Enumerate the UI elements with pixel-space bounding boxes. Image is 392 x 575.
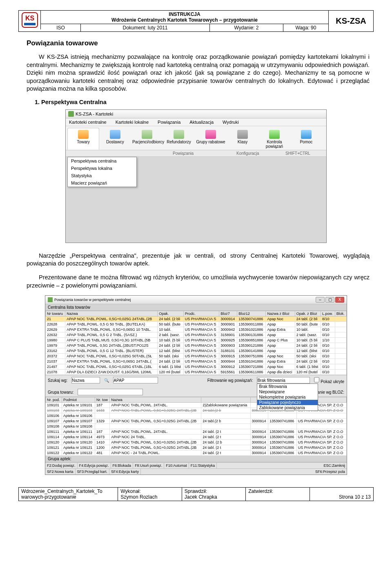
filter-option[interactable]: Zablokowane powiązania	[257, 405, 318, 410]
minimize-button[interactable]: –	[316, 297, 325, 303]
table-row[interactable]: 109122Apteka nr 109122481APAP NOC - 24 T…	[46, 450, 347, 456]
col-header[interactable]: Nr towaru	[46, 311, 65, 316]
table-row[interactable]: 109111Apteka nr 109111187APAP NOC TABL.P…	[46, 429, 347, 435]
tb-kontrola[interactable]: Kontrola powiązań	[258, 128, 290, 150]
grid-central[interactable]: Nr towaruNazwaOpak.Prodc.Bloz7Bloz12Nazw…	[45, 311, 347, 375]
tb-pacjenci[interactable]: Pacjenci/odbiorcy	[131, 128, 163, 150]
table-row[interactable]: 21037APAP EXTRA TABL.POWL. 0,5G+0,065G 2…	[46, 359, 347, 364]
table-row[interactable]: 109120Apteka nr 1091201410APAP NOC TABL.…	[46, 440, 347, 445]
patients-icon	[142, 130, 152, 139]
menu-item[interactable]: Wydruki	[223, 120, 239, 125]
fn-key[interactable]: F10:Automat	[164, 463, 189, 468]
menubar[interactable]: Kartoteki centralne Kartoteki lokalne Po…	[66, 118, 326, 126]
paragraph-2: Narzędzie „Perspektywa centralna", preze…	[27, 252, 370, 268]
window-titlebar: Powiązania towarów w perspektywie centra…	[45, 296, 347, 304]
menu-item[interactable]: Powiązania	[158, 120, 180, 125]
keys-icon	[237, 130, 248, 139]
col-header[interactable]: Prodc.	[183, 311, 219, 316]
search-input[interactable]	[113, 377, 158, 383]
table-row[interactable]: 22628APAP TABL.POWL. 0,5 G 50 TABL. (BUT…	[46, 322, 347, 327]
filter-option[interactable]: Powiązane pojedynczo	[257, 400, 318, 405]
fn-key[interactable]: SF3:Przegląd kart.	[76, 469, 110, 475]
dropdown-item[interactable]: Macierz powiązań	[68, 179, 136, 187]
check-icon	[269, 130, 280, 139]
table-row[interactable]: 109107Apteka nr 1091071329APAP NOC TABL.…	[46, 419, 347, 424]
fn-key[interactable]: F11:Statystyka	[189, 463, 217, 468]
tb-grupy[interactable]: Grupy rabatowe	[195, 128, 227, 150]
logo: KS	[19, 11, 41, 29]
tb-towary[interactable]: Towary	[67, 128, 99, 150]
filter-powiazan-select[interactable]	[257, 377, 310, 383]
tb-dostawcy[interactable]: Dostawcy	[99, 128, 131, 150]
menu-item[interactable]: Kartoteki lokalne	[116, 120, 149, 125]
dropdown-item[interactable]: Statystyka	[68, 172, 136, 179]
col-header[interactable]: Nazwa z Bloz	[266, 311, 295, 316]
table-row[interactable]: 21078APAP DLA DZIECI ZAW.DOUST. 0,16G/5M…	[46, 370, 347, 375]
col-header[interactable]: Nazwa	[110, 397, 201, 403]
tb-refund[interactable]: Refundatorzy	[163, 128, 195, 150]
fn-key[interactable]: ESC:Zamknij	[322, 463, 347, 468]
hdr-title2: Wdrożenie Centralnych Kartotek Towarowyc…	[41, 17, 328, 24]
hdr-waga: Waga: 90	[283, 24, 328, 31]
table-row[interactable]: 22632APAP TABL.POWL. 0,5 G 2 TABL. (SASZ…	[46, 332, 347, 338]
menu-item[interactable]: Aktualizacja	[189, 120, 214, 125]
table-row[interactable]: 21497APAP NOC TABL.POWL. 0,5G+0,025G 6TA…	[46, 364, 347, 370]
fn-key[interactable]: SF6:Przepisz pola	[314, 469, 347, 475]
filter-bar: Szukaj wg: 🔍 Filtrowanie wg powiązań: Br…	[45, 375, 347, 397]
table-row[interactable]: 20372APAP NOC TABL.POWL. 0,5G+0,025G 50T…	[46, 354, 347, 359]
hdr-wyd: Wydanie: 2	[210, 24, 283, 31]
section-title: Powiązania towarowe	[27, 39, 374, 47]
col-header[interactable]: Opak.	[158, 311, 183, 316]
tb-pomoc[interactable]: Pomoc	[290, 128, 322, 150]
table-row[interactable]: 109114Apteka nr 1091144973APAP NOC 24 TA…	[46, 435, 347, 440]
filter-option[interactable]: Brak filtrowania	[257, 384, 318, 389]
hdr-doc: Dokument: luty 2011	[81, 24, 210, 31]
table-row[interactable]: 22629APAP EXTRA TABL.POWL. 0,5G+0,065G 1…	[46, 327, 347, 332]
close-button[interactable]: X	[335, 297, 344, 303]
col-header[interactable]: Nazwa	[65, 311, 158, 316]
group-select[interactable]	[78, 389, 143, 395]
fn-key[interactable]: SF4:Edycja karty	[109, 469, 141, 475]
show-hidden-checkbox[interactable]: Pokaż ukryte	[314, 377, 344, 384]
col-header[interactable]: Podmiot	[62, 397, 95, 403]
list-item-1: 1. Perspektywa Centralna	[35, 99, 374, 105]
col-header[interactable]	[201, 397, 250, 403]
col-header[interactable]: Blok.	[335, 311, 346, 316]
filter-option[interactable]: Niekompletne powiązania	[257, 394, 318, 400]
col-header[interactable]: Opak. z Bloz	[295, 311, 321, 316]
search-field-select[interactable]	[71, 377, 100, 383]
paragraph-3: Prezentowane dane te można filtrować wg …	[27, 274, 370, 290]
menu-item[interactable]: Kartoteki centralne	[69, 120, 107, 125]
col-header[interactable]: Bloz12	[237, 311, 266, 316]
dropdown-item[interactable]: Perspektywa centralna	[68, 157, 136, 165]
maximize-button[interactable]: ▢	[325, 297, 334, 303]
svg-rect-2	[24, 23, 36, 25]
table-row[interactable]: 21APAP NOC TABL.POWL. 0,5G+0,025G 24TABL…	[46, 316, 347, 322]
table-row[interactable]: 23162APAP TABL.POWL. 0,5 G 12 TABL. (BLI…	[46, 348, 347, 354]
refund-icon	[174, 130, 184, 139]
filter-option[interactable]: Niepowiązane	[257, 389, 318, 394]
col-header[interactable]: L.pow.	[321, 311, 335, 316]
fn-key[interactable]: SF2:Nowa karta	[45, 469, 76, 475]
fn-key[interactable]: F2:Dodaj powiąz.	[45, 463, 78, 468]
table-row[interactable]: 19980APAP C PLUS TABL.MUS. 0,5G+0,3G 10T…	[46, 338, 347, 343]
table-row[interactable]: 109106Apteka nr 109106	[46, 413, 347, 419]
col-header[interactable]: Nr. pod.	[46, 397, 62, 403]
tb-klasy[interactable]: Klasy	[227, 128, 258, 150]
hdr-iso: ISO	[41, 24, 81, 31]
table-row[interactable]: 19979APAP TABL.POWL. 0,5G 24TABL.(2BUST.…	[46, 343, 347, 348]
dropdown-powiazania[interactable]: Perspektywa centralna Perspektywa lokaln…	[67, 157, 137, 187]
label: Grupa towaru:	[48, 390, 74, 394]
fn-key[interactable]: F6:Blokada	[111, 463, 134, 468]
table-row[interactable]: 109121Apteka nr 1091211200APAP NOC TABL.…	[46, 445, 347, 450]
fn-key[interactable]: F4:Edycja powiąz.	[78, 463, 111, 468]
fn-key[interactable]: F8:Usuń powiąz.	[133, 463, 164, 468]
col-header[interactable]: Bloz7	[219, 311, 237, 316]
filter-dropdown-list[interactable]: Brak filtrowania Niepowiązane Niekomplet…	[257, 383, 318, 411]
help-icon	[301, 130, 312, 139]
col-header[interactable]: Nr. tow	[95, 397, 109, 403]
dropdown-item[interactable]: Perspektywa lokalna	[68, 165, 136, 172]
table-row[interactable]: 109108Apteka nr 109108	[46, 424, 347, 429]
svg-text:KS: KS	[25, 15, 34, 22]
section-label: Centralna lista towarów	[45, 304, 347, 311]
